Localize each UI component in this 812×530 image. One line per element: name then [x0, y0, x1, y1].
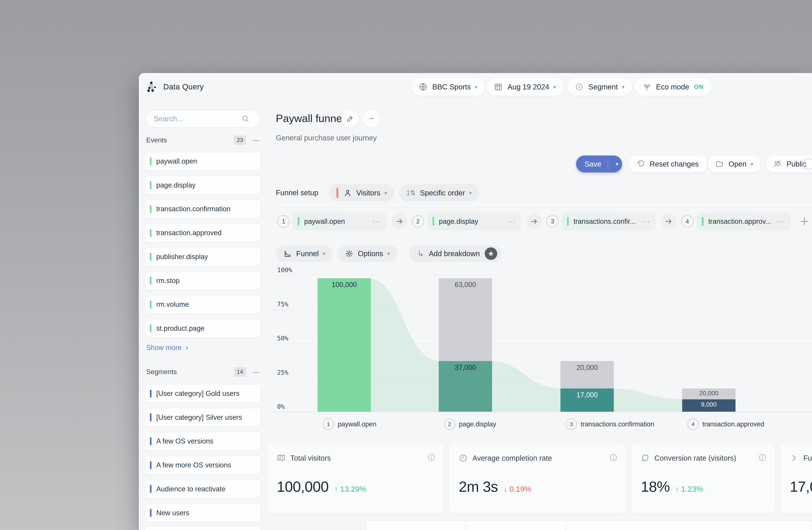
list-item[interactable]: [User category] Gold users — [145, 385, 260, 403]
events-title: Events — [146, 136, 167, 144]
chart-type-select[interactable]: Funnel ▾ — [276, 245, 333, 262]
step-number: 4 — [687, 418, 699, 430]
list-item[interactable]: publisher.display — [145, 248, 260, 266]
gear-icon — [345, 249, 353, 258]
page-subtitle: General purchase user journey — [276, 134, 377, 142]
eco-mode-toggle[interactable]: Eco mode ON — [634, 78, 712, 96]
list-item[interactable]: st.product.page — [145, 320, 260, 337]
options-label: Options — [358, 250, 383, 258]
step-number: 4 — [681, 215, 694, 228]
info-icon[interactable] — [758, 453, 767, 462]
segments-title: Segments — [146, 368, 177, 376]
segment-color-bar — [150, 413, 151, 421]
list-item[interactable]: transaction.approved — [145, 224, 260, 242]
drop-value-label: 63,000 — [439, 281, 492, 289]
list-item-label: [User category] Silver users — [156, 414, 242, 421]
open-button[interactable]: Open ▾ — [708, 155, 761, 172]
step-name: transaction.approved — [702, 420, 764, 428]
list-item-partial[interactable] — [145, 527, 260, 530]
value-label: 100,000 — [318, 281, 371, 289]
collapse-icon[interactable]: — — [253, 368, 259, 376]
step-number: 1 — [323, 418, 334, 430]
funnel-step-chip[interactable]: page.display··· — [427, 212, 521, 230]
remove-button[interactable] — [363, 110, 380, 127]
list-item[interactable]: [User category] Silver users — [145, 408, 260, 427]
segments-section-header: Segments 14 — — [146, 366, 259, 377]
funnel-step-chip[interactable]: transactions.confir...··· — [562, 212, 656, 230]
list-item[interactable]: paywall.open — [145, 152, 260, 170]
list-item-label: [User category] Gold users — [156, 390, 240, 398]
chevron-down-icon: ▾ — [387, 250, 390, 257]
coral-bar — [336, 188, 338, 198]
funnel-value-bar: 37,000 — [439, 361, 492, 412]
step-name: page.display — [459, 420, 496, 428]
segment-selector[interactable]: Segment ▾ — [567, 78, 632, 96]
step-name: transactions.confirmation — [581, 420, 654, 428]
funnel-step-chip[interactable]: transaction.approv...··· — [697, 212, 791, 230]
kpi-card: Fu17,0 — [780, 443, 812, 514]
list-item[interactable]: page.display — [145, 176, 260, 194]
ellipsis-menu-icon[interactable]: ··· — [641, 217, 651, 226]
funnel-drop-bar: 20,000 — [561, 361, 614, 388]
list-item[interactable]: A few more OS versions — [145, 456, 260, 474]
ellipsis-menu-icon[interactable]: ··· — [372, 217, 381, 226]
list-item[interactable]: New users — [145, 504, 260, 522]
order-select[interactable]: 1⇅ Specific order ▾ — [399, 184, 479, 202]
info-icon[interactable] — [609, 453, 618, 462]
event-color-bar — [433, 217, 434, 226]
undo-icon — [637, 160, 645, 168]
kpi-card-header: Fu — [790, 454, 812, 462]
funnel-value-bar: 17,000 — [561, 389, 614, 412]
event-color-bar — [150, 181, 151, 189]
divider — [608, 158, 608, 170]
event-color-bar — [150, 301, 151, 309]
list-item[interactable]: A few OS versions — [145, 432, 260, 450]
public-button[interactable]: Public — [766, 155, 812, 172]
chevron-down-icon[interactable]: ▾ — [612, 161, 622, 167]
x-axis-step-label: 4transaction.approved — [687, 418, 764, 430]
chevron-down-icon: ▾ — [475, 84, 478, 90]
step-number: 3 — [566, 418, 577, 430]
reset-changes-button[interactable]: Reset changes — [628, 155, 707, 172]
page-title: Paywall funnel — [276, 112, 345, 124]
event-color-bar — [150, 229, 151, 237]
step-name: paywall.open — [338, 420, 376, 428]
collapse-icon[interactable]: — — [253, 136, 259, 144]
kpi-value-row: 18%↑ 1.23% — [641, 478, 703, 495]
event-color-bar — [150, 205, 151, 213]
counting-method-select[interactable]: Visitors ▾ — [329, 184, 394, 202]
list-item-label: page.display — [156, 181, 195, 189]
chevron-play-icon — [790, 454, 799, 462]
list-item[interactable]: rm.stop — [145, 272, 260, 290]
show-more-link[interactable]: Show more › — [146, 342, 188, 353]
list-item-label: A few OS versions — [156, 437, 213, 445]
kpi-delta: ↓ 0.19% — [504, 485, 532, 493]
funnel-step-label: transactions.confir... — [574, 218, 636, 225]
divider — [276, 266, 812, 266]
events-count-badge: 23 — [234, 136, 246, 145]
funnel-chart-icon — [284, 249, 292, 258]
list-item[interactable]: rm.volume — [145, 295, 260, 313]
list-item[interactable]: Audience to reactivate — [145, 480, 260, 498]
drop-value-label: 20,000 — [561, 364, 614, 372]
list-item-label: New users — [156, 509, 189, 517]
funnel-step-chip[interactable]: paywall.open··· — [292, 212, 386, 230]
target-icon — [575, 82, 584, 91]
step-arrow-icon — [392, 214, 407, 229]
ellipsis-menu-icon[interactable]: ··· — [776, 217, 785, 226]
add-step-button[interactable] — [799, 216, 810, 226]
site-selector[interactable]: BBC Sports ▾ — [411, 78, 485, 96]
info-icon[interactable] — [427, 453, 436, 462]
list-item[interactable]: transaction.confirmation — [145, 200, 260, 218]
kpi-card-header: Average completion rate — [459, 454, 552, 462]
save-button[interactable]: Save ▾ — [576, 155, 622, 172]
date-selector[interactable]: Aug 19 2024 ▾ — [487, 78, 563, 96]
list-item-label: rm.volume — [156, 301, 189, 308]
edit-title-button[interactable] — [341, 110, 359, 127]
add-breakdown-button[interactable]: ↳ Add breakdown ★ — [409, 245, 501, 262]
options-button[interactable]: Options ▾ — [338, 245, 397, 262]
segment-color-bar — [150, 390, 151, 398]
counting-method-label: Visitors — [356, 189, 380, 197]
kpi-card: Conversion rate (visitors)18%↑ 1.23% — [631, 443, 775, 514]
ellipsis-menu-icon[interactable]: ··· — [507, 217, 516, 226]
